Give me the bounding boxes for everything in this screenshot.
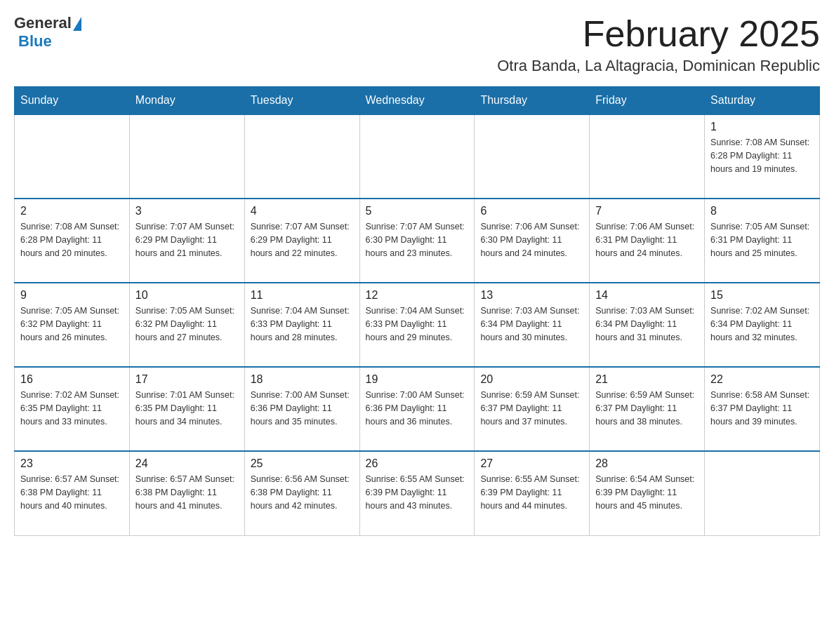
day-number: 11 [251, 289, 354, 302]
logo: General Blue [14, 14, 81, 51]
day-number: 27 [480, 457, 583, 470]
calendar-day-cell: 26Sunrise: 6:55 AM Sunset: 6:39 PM Dayli… [359, 451, 475, 535]
calendar-day-cell: 4Sunrise: 7:07 AM Sunset: 6:29 PM Daylig… [244, 199, 359, 283]
calendar-day-cell: 13Sunrise: 7:03 AM Sunset: 6:34 PM Dayli… [475, 283, 590, 367]
page-header: General Blue February 2025 Otra Banda, L… [14, 14, 820, 75]
day-info: Sunrise: 7:07 AM Sunset: 6:30 PM Dayligh… [366, 220, 469, 260]
calendar-week-row: 2Sunrise: 7:08 AM Sunset: 6:28 PM Daylig… [15, 199, 820, 283]
day-of-week-header: Sunday [15, 87, 130, 115]
day-info: Sunrise: 6:57 AM Sunset: 6:38 PM Dayligh… [135, 473, 239, 512]
day-number: 9 [20, 289, 124, 302]
day-number: 21 [595, 373, 699, 386]
day-info: Sunrise: 7:02 AM Sunset: 6:35 PM Dayligh… [20, 389, 124, 428]
day-info: Sunrise: 7:06 AM Sunset: 6:31 PM Dayligh… [595, 220, 699, 260]
calendar-day-cell [590, 114, 705, 199]
calendar-day-cell: 28Sunrise: 6:54 AM Sunset: 6:39 PM Dayli… [590, 451, 705, 535]
day-info: Sunrise: 7:05 AM Sunset: 6:32 PM Dayligh… [135, 304, 239, 344]
day-number: 19 [366, 373, 469, 386]
title-block: February 2025 Otra Banda, La Altagracia,… [497, 14, 820, 75]
calendar-day-cell [244, 114, 359, 199]
day-number: 28 [595, 457, 699, 470]
calendar-week-row: 23Sunrise: 6:57 AM Sunset: 6:38 PM Dayli… [15, 451, 820, 535]
calendar-day-cell: 5Sunrise: 7:07 AM Sunset: 6:30 PM Daylig… [359, 199, 475, 283]
day-info: Sunrise: 7:03 AM Sunset: 6:34 PM Dayligh… [480, 304, 583, 344]
day-number: 22 [710, 373, 814, 386]
calendar-day-cell [359, 114, 475, 199]
calendar-day-cell: 27Sunrise: 6:55 AM Sunset: 6:39 PM Dayli… [475, 451, 590, 535]
day-number: 14 [595, 289, 699, 302]
day-info: Sunrise: 6:59 AM Sunset: 6:37 PM Dayligh… [595, 389, 699, 428]
calendar-day-cell: 11Sunrise: 7:04 AM Sunset: 6:33 PM Dayli… [244, 283, 359, 367]
day-number: 17 [135, 373, 239, 386]
calendar-week-row: 1Sunrise: 7:08 AM Sunset: 6:28 PM Daylig… [15, 114, 820, 199]
day-of-week-header: Thursday [475, 87, 590, 115]
calendar-day-cell: 19Sunrise: 7:00 AM Sunset: 6:36 PM Dayli… [359, 367, 475, 451]
day-of-week-header: Saturday [705, 87, 820, 115]
day-info: Sunrise: 7:04 AM Sunset: 6:33 PM Dayligh… [366, 304, 469, 344]
day-info: Sunrise: 7:06 AM Sunset: 6:30 PM Dayligh… [480, 220, 583, 260]
calendar-day-cell [475, 114, 590, 199]
day-number: 10 [135, 289, 239, 302]
day-info: Sunrise: 6:54 AM Sunset: 6:39 PM Dayligh… [595, 473, 699, 512]
day-info: Sunrise: 7:08 AM Sunset: 6:28 PM Dayligh… [20, 220, 124, 260]
calendar-day-cell: 20Sunrise: 6:59 AM Sunset: 6:37 PM Dayli… [475, 367, 590, 451]
day-info: Sunrise: 6:57 AM Sunset: 6:38 PM Dayligh… [20, 473, 124, 512]
day-number: 20 [480, 373, 583, 386]
calendar-day-cell: 3Sunrise: 7:07 AM Sunset: 6:29 PM Daylig… [129, 199, 244, 283]
day-of-week-header: Wednesday [359, 87, 475, 115]
day-info: Sunrise: 6:55 AM Sunset: 6:39 PM Dayligh… [480, 473, 583, 512]
calendar-day-cell: 9Sunrise: 7:05 AM Sunset: 6:32 PM Daylig… [15, 283, 130, 367]
day-number: 8 [710, 205, 814, 217]
day-info: Sunrise: 7:00 AM Sunset: 6:36 PM Dayligh… [251, 389, 354, 428]
day-number: 5 [366, 205, 469, 217]
day-info: Sunrise: 7:03 AM Sunset: 6:34 PM Dayligh… [595, 304, 699, 344]
day-number: 24 [135, 457, 239, 470]
day-number: 16 [20, 373, 124, 386]
day-number: 4 [251, 205, 354, 217]
day-info: Sunrise: 6:55 AM Sunset: 6:39 PM Dayligh… [366, 473, 469, 512]
day-number: 3 [135, 205, 239, 217]
day-number: 12 [366, 289, 469, 302]
day-number: 1 [710, 121, 814, 133]
day-number: 26 [366, 457, 469, 470]
calendar-day-cell [15, 114, 130, 199]
calendar-day-cell: 23Sunrise: 6:57 AM Sunset: 6:38 PM Dayli… [15, 451, 130, 535]
day-info: Sunrise: 7:07 AM Sunset: 6:29 PM Dayligh… [135, 220, 239, 260]
location-subtitle: Otra Banda, La Altagracia, Dominican Rep… [497, 57, 820, 75]
day-info: Sunrise: 7:07 AM Sunset: 6:29 PM Dayligh… [251, 220, 354, 260]
day-info: Sunrise: 6:58 AM Sunset: 6:37 PM Dayligh… [710, 389, 814, 428]
calendar-day-cell: 17Sunrise: 7:01 AM Sunset: 6:35 PM Dayli… [129, 367, 244, 451]
day-info: Sunrise: 7:02 AM Sunset: 6:34 PM Dayligh… [710, 304, 814, 344]
calendar-week-row: 9Sunrise: 7:05 AM Sunset: 6:32 PM Daylig… [15, 283, 820, 367]
day-info: Sunrise: 6:56 AM Sunset: 6:38 PM Dayligh… [251, 473, 354, 512]
day-number: 6 [480, 205, 583, 217]
day-number: 23 [20, 457, 124, 470]
day-info: Sunrise: 7:05 AM Sunset: 6:31 PM Dayligh… [710, 220, 814, 260]
day-of-week-header: Friday [590, 87, 705, 115]
calendar-day-cell: 14Sunrise: 7:03 AM Sunset: 6:34 PM Dayli… [590, 283, 705, 367]
day-info: Sunrise: 7:08 AM Sunset: 6:28 PM Dayligh… [710, 136, 814, 175]
day-info: Sunrise: 7:04 AM Sunset: 6:33 PM Dayligh… [251, 304, 354, 344]
calendar-day-cell: 16Sunrise: 7:02 AM Sunset: 6:35 PM Dayli… [15, 367, 130, 451]
day-info: Sunrise: 7:00 AM Sunset: 6:36 PM Dayligh… [366, 389, 469, 428]
logo-triangle-icon [73, 17, 81, 31]
logo-blue-text: Blue [18, 32, 52, 51]
calendar-day-cell [129, 114, 244, 199]
calendar-header-row: SundayMondayTuesdayWednesdayThursdayFrid… [15, 87, 820, 115]
calendar-day-cell: 8Sunrise: 7:05 AM Sunset: 6:31 PM Daylig… [705, 199, 820, 283]
day-of-week-header: Monday [129, 87, 244, 115]
calendar-day-cell: 10Sunrise: 7:05 AM Sunset: 6:32 PM Dayli… [129, 283, 244, 367]
calendar-day-cell: 18Sunrise: 7:00 AM Sunset: 6:36 PM Dayli… [244, 367, 359, 451]
calendar-day-cell: 2Sunrise: 7:08 AM Sunset: 6:28 PM Daylig… [15, 199, 130, 283]
day-number: 15 [710, 289, 814, 302]
day-of-week-header: Tuesday [244, 87, 359, 115]
calendar-day-cell: 15Sunrise: 7:02 AM Sunset: 6:34 PM Dayli… [705, 283, 820, 367]
calendar-day-cell: 24Sunrise: 6:57 AM Sunset: 6:38 PM Dayli… [129, 451, 244, 535]
day-number: 13 [480, 289, 583, 302]
day-number: 2 [20, 205, 124, 217]
calendar-day-cell: 6Sunrise: 7:06 AM Sunset: 6:30 PM Daylig… [475, 199, 590, 283]
calendar-day-cell: 12Sunrise: 7:04 AM Sunset: 6:33 PM Dayli… [359, 283, 475, 367]
calendar-day-cell: 25Sunrise: 6:56 AM Sunset: 6:38 PM Dayli… [244, 451, 359, 535]
calendar-day-cell: 1Sunrise: 7:08 AM Sunset: 6:28 PM Daylig… [705, 114, 820, 199]
calendar-day-cell: 22Sunrise: 6:58 AM Sunset: 6:37 PM Dayli… [705, 367, 820, 451]
